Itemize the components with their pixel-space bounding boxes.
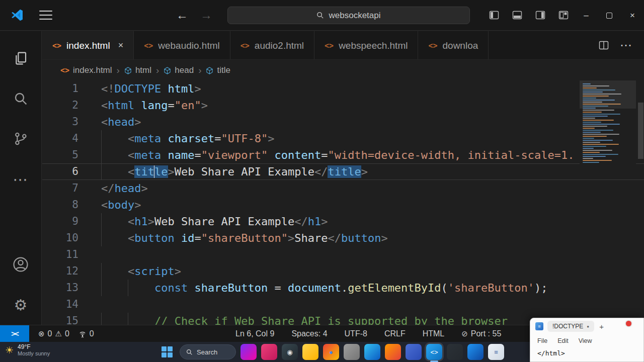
edge-browser-icon[interactable] [364, 344, 380, 360]
encoding[interactable]: UTF-8 [345, 329, 367, 338]
command-center-search[interactable]: websocketapi [227, 7, 470, 24]
code-line[interactable]: 13const shareButton = document.getElemen… [42, 280, 644, 296]
forward-arrow-icon[interactable]: → [200, 8, 212, 22]
line-number[interactable]: 5 [42, 147, 85, 163]
breadcrumb-file[interactable]: <> index.html [60, 65, 112, 75]
code-line[interactable]: 2<html lang="en"> [42, 97, 644, 114]
eol-sequence[interactable]: CRLF [384, 329, 406, 338]
chrome-browser-icon[interactable]: ● [323, 344, 339, 360]
problems-status[interactable]: ⊗ 0 ⚠ 0 [38, 329, 69, 338]
broadcast-status[interactable]: 0 [78, 329, 94, 338]
code-line[interactable]: 6<title>Web Share API Example</title> [42, 163, 644, 180]
port-status[interactable]: ⊘ Port : 55 [461, 329, 501, 338]
line-number[interactable]: 15 [42, 313, 85, 325]
line-number[interactable]: 3 [42, 114, 85, 130]
line-number[interactable]: 2 [42, 97, 85, 114]
line-number[interactable]: 9 [42, 213, 85, 230]
html-file-icon: <> [52, 41, 61, 50]
minimap[interactable] [580, 80, 636, 172]
toggle-panel-icon[interactable] [512, 10, 522, 20]
taskbar-search[interactable]: Search [180, 344, 236, 359]
code-line[interactable]: 7</head> [42, 180, 644, 197]
scrollbar-thumb[interactable] [638, 103, 643, 159]
file-explorer-icon[interactable] [302, 344, 318, 360]
menu-icon[interactable] [39, 11, 52, 20]
source-control-icon[interactable] [9, 126, 33, 152]
code-line[interactable]: 12<script> [42, 263, 644, 280]
minimap-line [583, 124, 620, 125]
notepad-window[interactable]: ≡ !DOCTYPE ● + File Edit View </html> [530, 318, 644, 362]
breadcrumb-symbol-head[interactable]: head [164, 65, 194, 75]
notepad-content[interactable]: </html> [530, 347, 643, 357]
remote-indicator[interactable]: >< [0, 325, 29, 342]
teams-app-icon[interactable] [406, 344, 422, 360]
code-line[interactable]: 5<meta name="viewport" content="width=de… [42, 147, 644, 163]
toggle-secondary-sidebar-icon[interactable] [535, 10, 545, 20]
menu-edit[interactable]: Edit [557, 337, 569, 344]
code-line[interactable]: 3<head> [42, 114, 644, 130]
camera-app-icon[interactable]: ◉ [282, 344, 298, 360]
code-editor[interactable]: 1<!DOCTYPE html>2<html lang="en">3<head>… [42, 80, 644, 325]
tab-close-icon[interactable]: × [118, 40, 124, 51]
account-icon[interactable] [9, 251, 33, 278]
editor-scrollbar[interactable] [637, 80, 644, 325]
minimize-button[interactable]: – [575, 0, 598, 31]
line-number[interactable]: 4 [42, 130, 85, 147]
line-number[interactable]: 6 [42, 163, 85, 180]
language-mode[interactable]: HTML [423, 329, 445, 338]
split-editor-icon[interactable] [599, 40, 609, 50]
github-desktop-icon[interactable] [447, 344, 463, 360]
settings-gear-icon[interactable]: ⚙ [9, 292, 33, 318]
more-views-icon[interactable]: ⋯ [9, 166, 33, 192]
new-tab-button[interactable]: + [599, 322, 604, 331]
line-number[interactable]: 14 [42, 296, 85, 313]
search-sidebar-icon[interactable] [9, 85, 33, 112]
tab-webaudio-html[interactable]: <> webaudio.html [134, 31, 230, 60]
indentation[interactable]: Spaces: 4 [291, 329, 327, 338]
line-number[interactable]: 12 [42, 263, 85, 280]
code-line[interactable]: 4<meta charset="UTF-8"> [42, 130, 644, 147]
vscode-icon[interactable]: <> [426, 344, 442, 360]
tab-download-html[interactable]: <> downloa [418, 31, 489, 60]
breadcrumb-symbol-html[interactable]: html [124, 65, 151, 75]
code-line[interactable]: 9<h1>Web Share API Example</h1> [42, 213, 644, 230]
weather-widget[interactable]: ☀ 49°F Mostly sunny [5, 343, 50, 357]
cursor-position[interactable]: Ln 6, Col 9 [235, 329, 274, 338]
breadcrumb-symbol-title[interactable]: title [206, 65, 230, 75]
toggle-sidebar-icon[interactable] [489, 10, 499, 20]
minimap-slider[interactable] [580, 80, 636, 109]
photos-app-icon[interactable] [261, 344, 277, 360]
maximize-button[interactable] [598, 0, 621, 31]
line-number[interactable]: 13 [42, 280, 85, 296]
back-arrow-icon[interactable]: ← [176, 8, 188, 22]
menu-view[interactable]: View [579, 337, 592, 344]
menu-file[interactable]: File [537, 337, 547, 344]
settings-app-icon[interactable] [344, 344, 360, 360]
tab-webspeech-html[interactable]: <> webspeech.html [314, 31, 418, 60]
code-line[interactable]: 10<button id="shareButton">Share</button… [42, 230, 644, 246]
code-line[interactable]: 11 [42, 246, 644, 263]
code-line[interactable]: 8<body> [42, 197, 644, 213]
code-line[interactable]: 14 [42, 296, 644, 313]
tab-index-html[interactable]: <> index.html × [42, 31, 134, 60]
tab-audio2-html[interactable]: <> audio2.html [230, 31, 314, 60]
media-app-icon[interactable] [240, 344, 257, 360]
line-number[interactable]: 11 [42, 246, 85, 263]
explorer-icon[interactable] [9, 45, 33, 71]
notepad-app-icon[interactable]: ≡ [488, 344, 504, 360]
broadcast-icon [78, 330, 87, 338]
start-button[interactable] [159, 344, 175, 360]
firefox-browser-icon[interactable] [385, 344, 401, 360]
line-number[interactable]: 8 [42, 197, 85, 213]
line-number[interactable]: 10 [42, 230, 85, 246]
breadcrumb: <> index.html › html › head › title [42, 60, 644, 80]
line-number[interactable]: 1 [42, 80, 85, 97]
html-file-icon: <> [428, 41, 437, 50]
customize-layout-icon[interactable] [558, 10, 569, 20]
notepad-tab[interactable]: !DOCTYPE ● [547, 321, 594, 332]
code-line[interactable]: 1<!DOCTYPE html> [42, 80, 644, 97]
close-button[interactable]: × [621, 0, 644, 31]
outlook-app-icon[interactable] [467, 344, 484, 360]
more-actions-icon[interactable]: ⋯ [620, 38, 632, 52]
line-number[interactable]: 7 [42, 180, 85, 197]
